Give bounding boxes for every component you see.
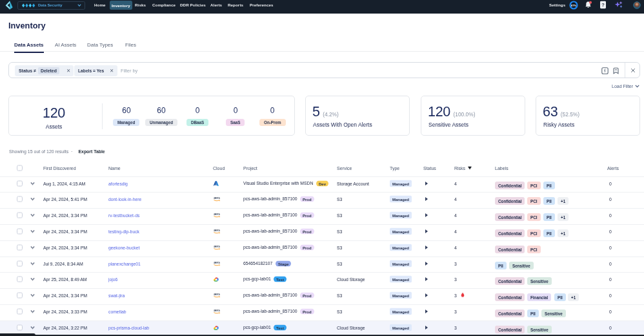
svg-text:?: ? [601,2,605,8]
svg-text:87%: 87% [571,4,577,7]
